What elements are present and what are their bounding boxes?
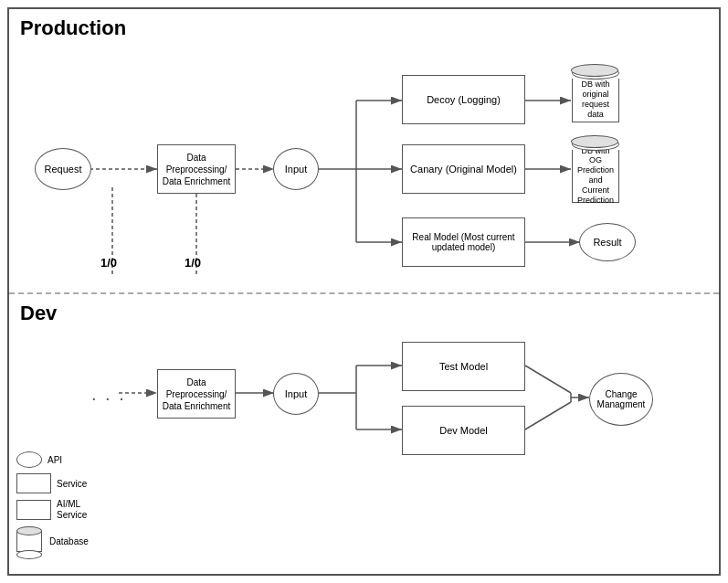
legend-area: API Service AI/MLService Database (16, 451, 89, 556)
dev-label: Dev (20, 302, 57, 325)
section-divider (9, 292, 719, 294)
legend-service-label: Service (57, 479, 87, 489)
legend-api-shape (16, 451, 42, 468)
ratio-label-2: 1/0 (185, 256, 201, 270)
legend-service-shape (16, 473, 51, 493)
main-container: Production Dev Request DataPreprocessing… (7, 7, 721, 576)
legend-database: Database (16, 526, 89, 556)
legend-aiml: AI/MLService (16, 499, 89, 521)
legend-service: Service (16, 473, 89, 493)
legend-aiml-shape (16, 500, 51, 520)
db-og-node: DB with OGPredictionand CurrentPredictio… (571, 135, 620, 205)
legend-aiml-label: AI/MLService (57, 499, 87, 521)
input-2-node: Input (273, 373, 319, 415)
db-original-node: DB withoriginalrequest data (571, 64, 620, 124)
canary-node: Canary (Original Model) (402, 144, 525, 194)
input-1-node: Input (273, 148, 319, 190)
legend-db-label: Database (49, 536, 89, 546)
change-management-node: ChangeManagment (589, 373, 653, 426)
decoy-node: Decoy (Logging) (402, 75, 525, 124)
result-node: Result (579, 223, 636, 261)
svg-line-20 (525, 366, 571, 393)
dev-model-node: Dev Model (402, 406, 525, 455)
data-preprocessing-1-node: DataPreprocessing/Data Enrichment (157, 144, 236, 194)
production-label: Production (20, 16, 126, 40)
legend-api: API (16, 451, 89, 468)
real-model-node: Real Model (Most currentupdated model) (402, 217, 525, 267)
data-preprocessing-2-node: DataPreprocessing/Data Enrichment (157, 369, 236, 419)
svg-line-21 (525, 402, 571, 429)
legend-db-shape (16, 526, 44, 556)
request-node: Request (35, 148, 91, 190)
ratio-label-1: 1/0 (100, 256, 117, 270)
dev-input-dots: . . . (91, 384, 126, 405)
test-model-node: Test Model (402, 342, 525, 391)
legend-api-label: API (47, 455, 62, 465)
